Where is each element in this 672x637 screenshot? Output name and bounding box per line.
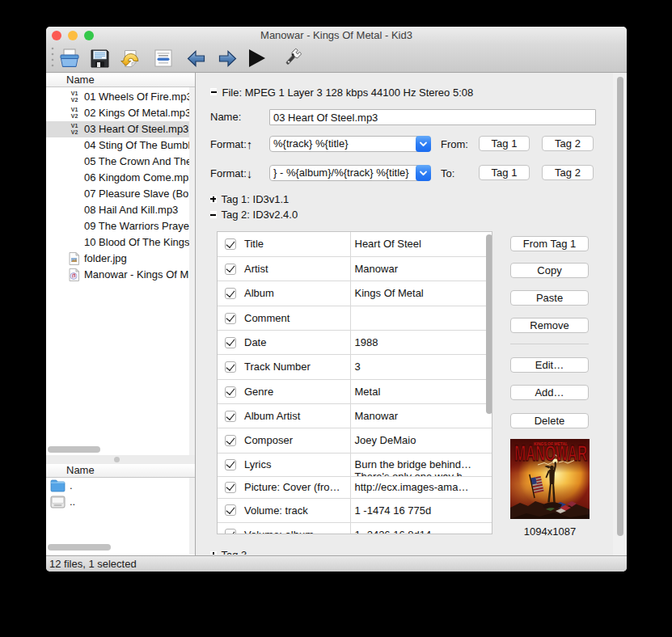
svg-text:KINGS OF METAL: KINGS OF METAL: [534, 441, 568, 445]
